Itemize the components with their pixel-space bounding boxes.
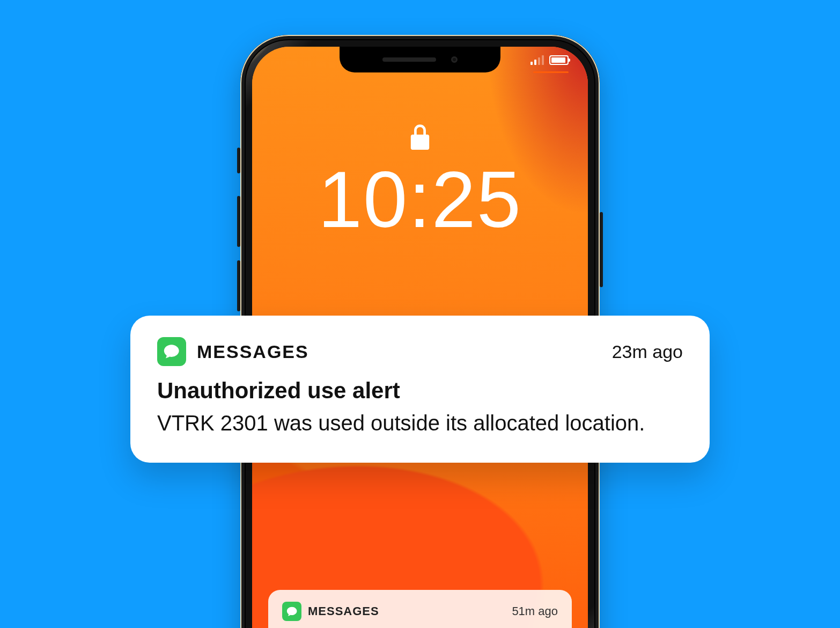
- earpiece-speaker: [382, 57, 436, 62]
- battery-icon: [549, 55, 569, 65]
- notification-title: Unauthorized use alert: [157, 378, 683, 404]
- messages-app-icon: [157, 337, 186, 366]
- lock-icon: [410, 125, 430, 154]
- messages-app-icon: [282, 602, 301, 621]
- ringer-switch[interactable]: [237, 148, 240, 173]
- notification-primary[interactable]: MESSAGES 23m ago Unauthorized use alert …: [130, 316, 710, 463]
- front-camera: [451, 56, 458, 63]
- notification-timestamp: 51m ago: [512, 604, 558, 618]
- power-button[interactable]: [600, 212, 603, 287]
- cellular-signal-icon: [530, 55, 544, 65]
- notification-secondary[interactable]: MESSAGES 51m ago Geofence alert FRK 3027…: [268, 590, 572, 628]
- status-bar: [530, 55, 569, 65]
- notification-timestamp: 23m ago: [612, 341, 683, 362]
- stage: 10:25 MESSAGES 51m ago Geofence alert FR…: [0, 0, 840, 628]
- notification-app-label: MESSAGES: [308, 604, 379, 618]
- volume-down-button[interactable]: [237, 260, 240, 311]
- notification-body: VTRK 2301 was used outside its allocated…: [157, 408, 683, 438]
- notch: [340, 47, 500, 72]
- lockscreen-clock: 10:25: [252, 154, 588, 245]
- status-bar-underline: [533, 71, 569, 73]
- notification-app-label: MESSAGES: [197, 341, 309, 362]
- volume-up-button[interactable]: [237, 196, 240, 247]
